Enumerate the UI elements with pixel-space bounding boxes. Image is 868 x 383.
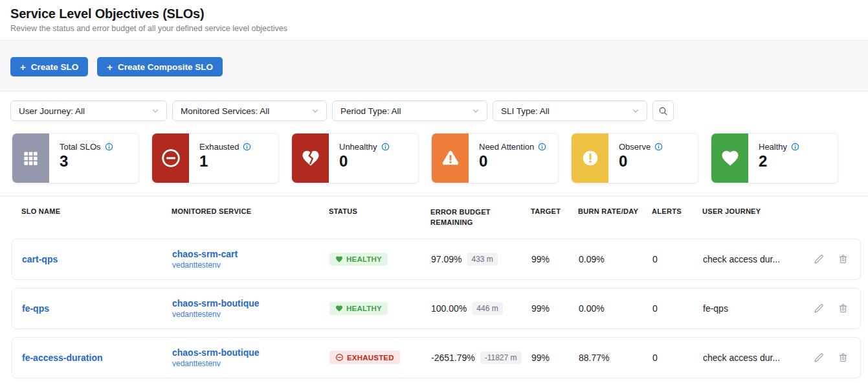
slo-stats-row: Total SLOs 3 Exhausted 1: [0, 121, 868, 183]
environment-link[interactable]: vedanttestenv: [172, 310, 329, 319]
stat-card-unhealthy[interactable]: Unhealthy 0: [291, 133, 419, 183]
stat-value: 1: [199, 152, 251, 170]
table-header: SLO NAME MONITORED SERVICE STATUS ERROR …: [0, 196, 868, 238]
stat-label: Exhausted: [199, 142, 239, 152]
stat-label: Total SLOs: [60, 142, 101, 152]
burn-rate-value: 0.00%: [579, 303, 652, 314]
slo-name-link[interactable]: cart-qps: [22, 254, 58, 264]
stat-value: 0: [339, 152, 390, 170]
error-budget-percent: 97.09%: [431, 254, 462, 264]
table-row: cart-qps chaos-srm-cart vedanttestenv HE…: [12, 238, 861, 280]
exclamation-circle-icon: [572, 133, 608, 183]
plus-icon: +: [20, 62, 26, 72]
info-icon[interactable]: [538, 143, 546, 151]
environment-link[interactable]: vedanttestenv: [172, 359, 329, 368]
column-header-error-budget: ERROR BUDGET REMAINING: [430, 207, 498, 228]
sli-type-filter[interactable]: SLI Type: All: [493, 100, 647, 121]
stat-card-total-slos[interactable]: Total SLOs 3: [12, 133, 139, 183]
user-journey-value: fe-qps: [703, 303, 813, 314]
user-journey-value: check access dur...: [703, 254, 813, 264]
status-label: HEALTHY: [346, 305, 382, 312]
monitored-service-link[interactable]: chaos-srm-boutique: [172, 347, 329, 358]
stat-value: 2: [759, 152, 799, 170]
pencil-icon: [813, 356, 825, 366]
info-icon[interactable]: [654, 143, 663, 151]
info-icon[interactable]: [105, 143, 113, 151]
status-badge: HEALTHY: [329, 302, 388, 315]
status-label: HEALTHY: [346, 255, 382, 263]
stat-value: 0: [619, 152, 663, 170]
table-row: fe-qps chaos-srm-boutique vedanttestenv …: [12, 288, 861, 329]
toolbar: + Create SLO + Create Composite SLO: [0, 41, 868, 91]
monitored-service-link[interactable]: chaos-srm-cart: [172, 249, 329, 259]
pencil-icon: [813, 257, 825, 267]
grid-icon: [12, 133, 49, 183]
column-header-monitored-service: MONITORED SERVICE: [172, 207, 329, 228]
environment-link[interactable]: vedanttestenv: [172, 261, 329, 270]
stat-card-exhausted[interactable]: Exhausted 1: [151, 133, 279, 183]
status-label: EXHAUSTED: [347, 354, 394, 362]
delete-button[interactable]: [838, 352, 849, 363]
chevron-down-icon: [471, 106, 480, 115]
stat-card-need-attention[interactable]: Need Attention 0: [431, 133, 559, 183]
delete-button[interactable]: [838, 303, 849, 314]
filter-row: User Journey: All Monitored Services: Al…: [0, 91, 868, 121]
trash-icon: [838, 257, 849, 266]
stat-label: Healthy: [759, 142, 787, 152]
monitored-service-link[interactable]: chaos-srm-boutique: [172, 298, 329, 308]
create-slo-button[interactable]: + Create SLO: [10, 57, 88, 76]
target-value: 99%: [531, 303, 579, 314]
edit-button[interactable]: [813, 253, 825, 265]
alerts-count: 0: [652, 254, 703, 264]
heart-icon: [335, 305, 343, 312]
page-title: Service Level Objectives (SLOs): [10, 6, 858, 21]
monitored-services-filter-value: Monitored Services: All: [181, 106, 269, 116]
heart-icon: [335, 255, 343, 263]
burn-rate-value: 0.09%: [579, 254, 652, 264]
user-journey-filter[interactable]: User Journey: All: [10, 100, 167, 121]
sli-type-filter-value: SLI Type: All: [501, 106, 550, 116]
info-icon[interactable]: [243, 143, 251, 151]
create-slo-label: Create SLO: [31, 62, 79, 72]
table-row: fe-access-duration chaos-srm-boutique ve…: [12, 337, 861, 378]
alerts-count: 0: [652, 353, 703, 363]
chevron-down-icon: [631, 106, 640, 115]
stat-label: Need Attention: [479, 142, 534, 152]
column-header-slo-name: SLO NAME: [21, 207, 172, 228]
delete-button[interactable]: [838, 253, 849, 264]
plus-icon: +: [107, 62, 113, 72]
page-subtitle: Review the status and error budget of al…: [10, 24, 858, 33]
error-budget-minutes-badge: 446 m: [472, 302, 502, 315]
edit-button[interactable]: [813, 303, 825, 314]
error-budget-percent: -2651.79%: [431, 353, 475, 363]
status-badge: HEALTHY: [329, 253, 388, 266]
column-header-target: TARGET: [531, 207, 578, 228]
trash-icon: [838, 355, 849, 365]
period-type-filter[interactable]: Period Type: All: [332, 100, 487, 121]
search-button[interactable]: [652, 100, 674, 121]
chevron-down-icon: [151, 106, 160, 115]
stat-value: 0: [479, 152, 546, 170]
column-header-alerts: ALERTS: [652, 207, 702, 228]
error-budget-percent: 100.00%: [431, 303, 467, 314]
edit-button[interactable]: [813, 352, 825, 364]
slo-name-link[interactable]: fe-qps: [22, 303, 49, 314]
status-badge: EXHAUSTED: [329, 351, 400, 364]
target-value: 99%: [531, 254, 579, 264]
trash-icon: [838, 306, 849, 316]
target-value: 99%: [531, 353, 579, 363]
monitored-services-filter[interactable]: Monitored Services: All: [172, 100, 327, 121]
stat-card-observe[interactable]: Observe 0: [571, 133, 698, 183]
broken-heart-icon: [292, 133, 329, 183]
column-header-status: STATUS: [329, 207, 430, 228]
slo-name-link[interactable]: fe-access-duration: [22, 353, 102, 363]
column-header-burn-rate: BURN RATE/DAY: [578, 207, 652, 228]
period-type-filter-value: Period Type: All: [340, 106, 401, 116]
info-icon[interactable]: [791, 143, 799, 151]
column-header-user-journey: USER JOURNEY: [702, 207, 812, 228]
stat-card-healthy[interactable]: Healthy 2: [711, 133, 838, 183]
heart-icon: [711, 133, 748, 183]
create-composite-slo-button[interactable]: + Create Composite SLO: [97, 57, 223, 76]
info-icon[interactable]: [381, 143, 390, 151]
burn-rate-value: 88.77%: [579, 353, 652, 363]
